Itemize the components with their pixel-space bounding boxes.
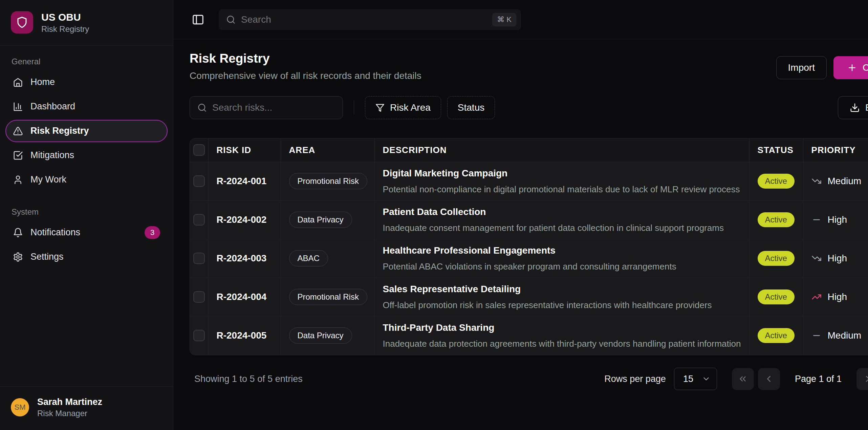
risk-id: R-2024-005 bbox=[217, 330, 267, 341]
row-checkbox[interactable] bbox=[193, 291, 205, 303]
sidebar-item-label: Risk Registry bbox=[30, 126, 89, 136]
table-row[interactable]: R-2024-004 Promotional Risk Sales Repres… bbox=[190, 278, 868, 316]
rows-per-page-value: 15 bbox=[683, 374, 693, 384]
risk-title: Third-Party Data Sharing bbox=[383, 322, 749, 333]
status-badge: Active bbox=[758, 174, 795, 189]
next-page-button[interactable] bbox=[856, 368, 868, 390]
risk-id: R-2024-002 bbox=[217, 214, 267, 225]
select-all-checkbox[interactable] bbox=[193, 144, 205, 156]
risk-description: Potential ABAC violations in speaker pro… bbox=[383, 261, 749, 272]
rows-per-page-select[interactable]: 15 bbox=[674, 368, 717, 390]
row-checkbox[interactable] bbox=[193, 253, 205, 264]
status-badge: Active bbox=[758, 328, 795, 343]
dashboard-chart-icon bbox=[13, 102, 23, 112]
risk-description: Off-label promotion risk in sales repres… bbox=[383, 300, 749, 310]
brand: US OBU Risk Registry bbox=[0, 0, 173, 45]
sidebar-item-dashboard[interactable]: Dashboard bbox=[5, 95, 168, 118]
sidebar-item-risk-registry[interactable]: Risk Registry bbox=[5, 120, 168, 142]
trending-down-icon bbox=[811, 253, 822, 263]
sidebar-toggle-button[interactable] bbox=[190, 11, 207, 28]
risk-description: Inadequate data protection agreements wi… bbox=[383, 339, 749, 349]
priority-label: High bbox=[828, 214, 847, 225]
row-checkbox[interactable] bbox=[193, 214, 205, 225]
area-badge: Data Privacy bbox=[289, 212, 352, 228]
gear-icon bbox=[13, 252, 23, 262]
search-icon bbox=[226, 15, 236, 24]
table-row[interactable]: R-2024-005 Data Privacy Third-Party Data… bbox=[190, 316, 868, 355]
sidebar-item-notifications[interactable]: Notifications 3 bbox=[5, 221, 168, 244]
column-header-area: AREA bbox=[281, 138, 374, 162]
topbar: ⌘ K bbox=[173, 0, 868, 39]
shield-icon bbox=[16, 16, 28, 28]
status-badge: Active bbox=[758, 289, 795, 304]
chevron-down-icon bbox=[702, 374, 711, 383]
risk-title: Sales Representative Detailing bbox=[383, 284, 749, 295]
global-search-input[interactable] bbox=[241, 14, 487, 25]
risk-id: R-2024-001 bbox=[217, 176, 267, 186]
table-row[interactable]: R-2024-002 Data Privacy Patient Data Col… bbox=[190, 200, 868, 239]
risk-table-card: RISK ID AREA DESCRIPTION STATUS PRIORITY… bbox=[190, 138, 868, 355]
download-icon bbox=[850, 103, 860, 113]
risk-area-filter-button[interactable]: Risk Area bbox=[365, 96, 441, 119]
area-badge: Promotional Risk bbox=[289, 289, 367, 305]
priority-label: Medium bbox=[828, 176, 862, 187]
entries-summary: Showing 1 to 5 of 5 entries bbox=[194, 374, 303, 384]
sidebar-nav: General Home Dashboard Risk Registry Mit… bbox=[0, 45, 173, 386]
bell-icon bbox=[13, 228, 23, 238]
area-badge: Promotional Risk bbox=[289, 173, 367, 189]
column-header-priority: PRIORITY bbox=[803, 138, 868, 162]
risk-title: Patient Data Collection bbox=[383, 207, 749, 217]
area-badge: Data Privacy bbox=[289, 327, 352, 344]
sidebar-item-label: Settings bbox=[30, 252, 64, 262]
table-footer: Showing 1 to 5 of 5 entries Rows per pag… bbox=[190, 367, 868, 390]
filter-funnel-icon bbox=[375, 103, 385, 112]
sidebar-item-settings[interactable]: Settings bbox=[5, 246, 168, 268]
page-content: Risk Registry Comprehensive view of all … bbox=[173, 39, 868, 390]
alert-triangle-icon bbox=[13, 126, 23, 136]
table-search[interactable] bbox=[190, 96, 343, 119]
minus-icon bbox=[811, 215, 822, 225]
sidebar-item-home[interactable]: Home bbox=[5, 71, 168, 93]
table-search-input[interactable] bbox=[212, 102, 335, 113]
row-checkbox[interactable] bbox=[193, 175, 205, 187]
sidebar-item-mitigations[interactable]: Mitigations bbox=[5, 144, 168, 167]
import-button[interactable]: Import bbox=[776, 56, 827, 79]
sidebar-item-label: Dashboard bbox=[30, 101, 75, 112]
nav-section-system: System bbox=[5, 207, 168, 217]
column-header-risk-id: RISK ID bbox=[208, 138, 281, 162]
sidebar-item-my-work[interactable]: My Work bbox=[5, 169, 168, 191]
sidebar-item-label: Home bbox=[30, 77, 55, 87]
rows-per-page-label: Rows per page bbox=[604, 374, 666, 384]
table-row[interactable]: R-2024-003 ABAC Healthcare Professional … bbox=[190, 239, 868, 278]
export-button[interactable]: Export bbox=[838, 96, 868, 119]
risk-title: Healthcare Professional Engagements bbox=[383, 245, 749, 256]
home-icon bbox=[13, 77, 23, 87]
trending-up-icon bbox=[811, 292, 822, 302]
check-square-icon bbox=[13, 150, 23, 160]
chevrons-left-icon bbox=[738, 374, 748, 384]
create-button[interactable]: Create bbox=[833, 56, 868, 79]
first-page-button[interactable] bbox=[732, 368, 754, 390]
column-header-description: DESCRIPTION bbox=[374, 138, 749, 162]
table-row[interactable]: R-2024-001 Promotional Risk Digital Mark… bbox=[190, 162, 868, 200]
status-filter-button[interactable]: Status bbox=[447, 96, 495, 119]
area-badge: ABAC bbox=[289, 250, 328, 266]
page-indicator: Page 1 of 1 bbox=[795, 374, 842, 384]
previous-page-button[interactable] bbox=[758, 368, 780, 390]
status-filter-label: Status bbox=[458, 102, 484, 113]
sidebar-item-label: My Work bbox=[30, 174, 66, 185]
divider bbox=[354, 101, 354, 115]
risk-description: Potential non-compliance in digital prom… bbox=[383, 184, 749, 195]
brand-subtitle: Risk Registry bbox=[41, 24, 89, 34]
page-title: Risk Registry bbox=[190, 51, 421, 66]
row-checkbox[interactable] bbox=[193, 330, 205, 341]
risk-title: Digital Marketing Campaign bbox=[383, 168, 749, 179]
priority-label: Medium bbox=[828, 330, 862, 341]
brand-name: US OBU bbox=[41, 11, 89, 24]
priority-label: High bbox=[828, 253, 847, 264]
panel-left-icon bbox=[192, 13, 204, 26]
nav-section-general: General bbox=[5, 57, 168, 66]
global-search[interactable]: ⌘ K bbox=[219, 9, 521, 30]
user-icon bbox=[13, 175, 23, 185]
user-profile[interactable]: SM Sarah Martinez Risk Manager bbox=[0, 386, 173, 430]
